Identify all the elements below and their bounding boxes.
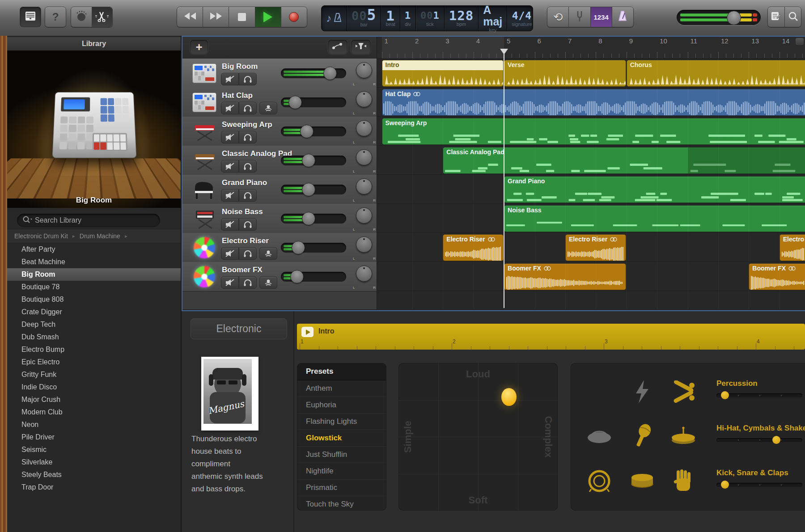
category-button[interactable]: Electronic	[191, 318, 287, 339]
patch-list-item[interactable]: Crate Digger	[7, 306, 181, 318]
mute-button[interactable]	[221, 131, 239, 144]
quick-help-button[interactable]: ?	[45, 7, 66, 27]
solo-button[interactable]	[239, 131, 257, 144]
mute-button[interactable]	[221, 218, 239, 231]
patch-list-item[interactable]: Steely Beats	[7, 469, 181, 481]
patch-list-item[interactable]: Modern Club	[7, 406, 181, 418]
region-chorus[interactable]: Chorus	[627, 60, 805, 87]
breadcrumb-item[interactable]: Drum Machine	[80, 232, 120, 240]
track-header-row[interactable]: Electro RiserLR	[182, 233, 377, 262]
drumsticks-icon[interactable]	[669, 377, 698, 406]
input-monitor-button[interactable]	[259, 102, 277, 114]
lightning-icon[interactable]	[628, 377, 657, 406]
preset-item[interactable]: Glowstick	[297, 430, 386, 447]
volume-knob[interactable]	[323, 67, 337, 80]
patch-list-item[interactable]: Electro Bump	[7, 343, 181, 356]
xy-pad[interactable]: Loud Simple Complex Soft	[398, 363, 558, 511]
forward-button[interactable]	[203, 7, 229, 27]
preset-item[interactable]: Nightlife	[297, 463, 386, 480]
lcd-signature[interactable]: 4/4signature	[507, 6, 536, 31]
mute-button[interactable]	[221, 189, 239, 202]
mute-button[interactable]	[221, 73, 239, 85]
pan-knob[interactable]: LR	[356, 266, 372, 282]
region-classic-analog-pad[interactable]: Classic Analog Pad	[443, 147, 805, 174]
patch-list-item[interactable]: Deep Tech	[7, 318, 181, 331]
patch-list-item[interactable]: Seismic	[7, 443, 181, 456]
track-volume-slider[interactable]	[281, 97, 346, 107]
pan-knob[interactable]: LR	[356, 62, 372, 78]
lcd-key[interactable]: A majkey	[479, 6, 507, 31]
volume-knob[interactable]	[290, 270, 304, 283]
region-boomer-fx[interactable]: Boomer FX	[749, 263, 805, 290]
patch-list-item[interactable]: Pile Driver	[7, 431, 181, 443]
lcd-tick[interactable]: 001tick	[416, 6, 445, 31]
patch-list-item[interactable]: Epic Electro	[7, 356, 181, 368]
track-header-row[interactable]: Classic Analog PadLR	[182, 146, 377, 175]
lcd-tempo[interactable]: 128bpm	[445, 6, 479, 31]
patch-list-item[interactable]: Boutique 808	[7, 293, 181, 306]
solo-button[interactable]	[239, 102, 257, 114]
volume-knob[interactable]	[302, 212, 315, 225]
solo-button[interactable]	[239, 160, 257, 173]
lcd-mode-icons[interactable]: ♪	[322, 6, 347, 31]
playhead-marker[interactable]	[500, 49, 508, 55]
track-header-row[interactable]: Noise BassLR	[182, 204, 377, 233]
track-header-row[interactable]: Big RoomLR	[182, 59, 377, 88]
xy-puck[interactable]	[501, 388, 517, 406]
volume-knob[interactable]	[302, 183, 315, 196]
region-electro-riser[interactable]: Electro Riser	[780, 234, 805, 261]
slider-knob[interactable]	[721, 481, 729, 489]
drum-row-slider[interactable]	[716, 393, 802, 397]
patch-list-item[interactable]: Big Room	[7, 268, 181, 281]
notepad-button[interactable]	[768, 7, 785, 27]
track-volume-slider[interactable]	[281, 272, 346, 282]
input-monitor-button[interactable]	[259, 247, 277, 260]
hihat-icon[interactable]	[669, 422, 698, 451]
record-button[interactable]	[281, 7, 307, 27]
metronome-toggle-button[interactable]	[612, 7, 633, 27]
solo-button[interactable]	[239, 276, 257, 289]
preset-item[interactable]: Just Shufflin	[297, 447, 386, 463]
search-input[interactable]: Search Library	[17, 214, 160, 227]
region-sweeping-arp[interactable]: Sweeping Arp	[382, 118, 805, 145]
track-volume-slider[interactable]	[281, 185, 346, 194]
patch-list-item[interactable]: Boutique 78	[7, 281, 181, 293]
region-grand-piano[interactable]: Grand Piano	[504, 176, 805, 203]
input-monitor-button[interactable]	[259, 276, 277, 289]
tom-icon[interactable]	[585, 422, 614, 451]
lcd-display[interactable]: ♪ 005bar 1beat 1div 001tick 128bpm A maj…	[321, 5, 533, 31]
master-volume-slider[interactable]	[677, 10, 761, 25]
patch-list-item[interactable]: Indie Disco	[7, 381, 181, 393]
solo-button[interactable]	[239, 73, 257, 85]
track-volume-slider[interactable]	[281, 68, 346, 78]
drum-row-slider[interactable]	[716, 438, 802, 442]
loop-browser-button[interactable]	[785, 7, 801, 27]
preset-item[interactable]: Flashing Lights	[297, 414, 386, 430]
pan-knob[interactable]: LR	[356, 120, 372, 136]
lcd-beat[interactable]: 1beat	[381, 6, 400, 31]
patch-list-item[interactable]: After Party	[7, 243, 181, 256]
track-header-row[interactable]: Hat ClapLR	[182, 88, 377, 117]
ruler-options-button[interactable]	[795, 38, 804, 46]
timeline-ruler[interactable]: 1234567891011121314	[377, 36, 805, 59]
pan-knob[interactable]: LR	[356, 178, 372, 194]
claps-hand-icon[interactable]	[669, 467, 698, 495]
lcd-bar[interactable]: 005bar	[347, 6, 381, 31]
track-header-row[interactable]: Boomer FXLR	[182, 262, 377, 291]
editor-play-button[interactable]	[301, 327, 314, 337]
count-in-button[interactable]: 1234	[591, 7, 612, 27]
region-hat-clap[interactable]: Hat Clap	[382, 89, 805, 116]
snare-icon[interactable]	[628, 467, 657, 495]
slider-knob[interactable]	[772, 436, 780, 444]
track-volume-slider[interactable]	[281, 214, 346, 224]
volume-knob[interactable]	[292, 241, 305, 254]
patch-list-item[interactable]: Gritty Funk	[7, 368, 181, 381]
volume-knob[interactable]	[300, 125, 314, 138]
breadcrumb-item[interactable]: Electronic Drum Kit	[14, 232, 68, 240]
volume-knob[interactable]	[727, 11, 741, 25]
volume-knob[interactable]	[302, 154, 315, 167]
preset-item[interactable]: Touch the Sky	[297, 496, 386, 511]
preset-item[interactable]: Prismatic	[297, 480, 386, 496]
drum-row-slider[interactable]	[716, 483, 802, 487]
solo-button[interactable]	[239, 189, 257, 202]
